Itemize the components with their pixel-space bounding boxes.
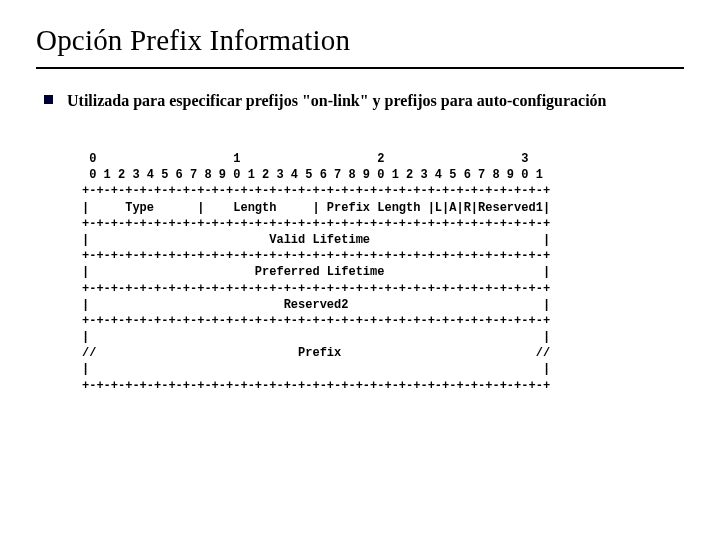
page-title: Opción Prefix Information [36, 24, 684, 57]
title-rule [36, 67, 684, 69]
diagram-row-preferred-lifetime: | Preferred Lifetime | [82, 265, 550, 279]
diagram-row-blank: | | [82, 362, 550, 376]
square-bullet-icon [44, 95, 53, 104]
diagram-row-reserved2: | Reserved2 | [82, 298, 550, 312]
diagram-separator: +-+-+-+-+-+-+-+-+-+-+-+-+-+-+-+-+-+-+-+-… [82, 282, 550, 296]
diagram-ruler-tens: 0 1 2 3 [82, 152, 528, 166]
diagram-row-type: | Type | Length | Prefix Length |L|A|R|R… [82, 201, 550, 215]
diagram-separator: +-+-+-+-+-+-+-+-+-+-+-+-+-+-+-+-+-+-+-+-… [82, 379, 550, 393]
diagram-separator: +-+-+-+-+-+-+-+-+-+-+-+-+-+-+-+-+-+-+-+-… [82, 314, 550, 328]
diagram-row-prefix: // Prefix // [82, 346, 550, 360]
bullet-text: Utilizada para especificar prefijos "on-… [67, 91, 607, 111]
diagram-separator: +-+-+-+-+-+-+-+-+-+-+-+-+-+-+-+-+-+-+-+-… [82, 249, 550, 263]
diagram-row-valid-lifetime: | Valid Lifetime | [82, 233, 550, 247]
diagram-separator: +-+-+-+-+-+-+-+-+-+-+-+-+-+-+-+-+-+-+-+-… [82, 184, 550, 198]
diagram-ruler-units: 0 1 2 3 4 5 6 7 8 9 0 1 2 3 4 5 6 7 8 9 … [82, 168, 543, 182]
bullet-item: Utilizada para especificar prefijos "on-… [44, 91, 684, 111]
diagram-row-blank: | | [82, 330, 550, 344]
packet-diagram: 0 1 2 3 0 1 2 3 4 5 6 7 8 9 0 1 2 3 4 5 … [82, 151, 684, 394]
slide: Opción Prefix Information Utilizada para… [0, 0, 720, 540]
diagram-separator: +-+-+-+-+-+-+-+-+-+-+-+-+-+-+-+-+-+-+-+-… [82, 217, 550, 231]
